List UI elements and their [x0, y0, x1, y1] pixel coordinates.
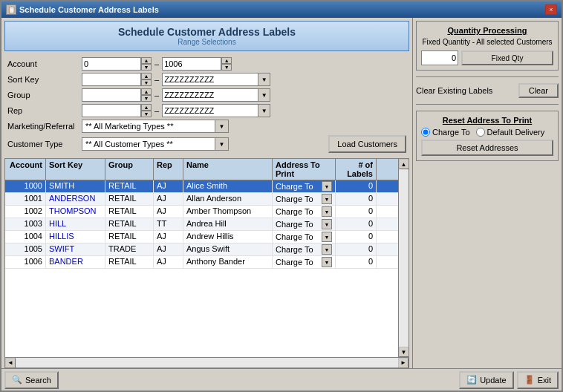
rep-from-spin: ▲ ▼ — [141, 104, 152, 117]
group-from-spin-up[interactable]: ▲ — [141, 88, 152, 95]
load-customers-button[interactable]: Load Customers — [328, 135, 406, 153]
divider-1 — [416, 76, 559, 77]
customertype-value: ** All Customer Types ** — [85, 140, 173, 148]
account-to-spin: ▲ ▼ — [221, 57, 232, 71]
cell-value: AJ — [154, 206, 183, 218]
account-row: Account ▲ ▼ – ▲ ▼ — [7, 57, 406, 71]
marketing-dropdown-arrow[interactable]: ▼ — [215, 120, 229, 133]
table-row[interactable]: 1006BANDERRETAILAJAnthony BanderCharge T… — [5, 256, 398, 269]
address-dropdown-arrow[interactable]: ▼ — [322, 194, 332, 204]
left-panel: Schedule Customer Address Labels Range S… — [1, 18, 413, 368]
cell-value: AJ — [154, 256, 183, 268]
charge-to-radio[interactable] — [421, 128, 430, 137]
address-dropdown-arrow[interactable]: ▼ — [322, 232, 332, 242]
group-from-spin-down[interactable]: ▼ — [141, 95, 152, 102]
rep-from-input[interactable] — [82, 104, 141, 117]
cell-value: Andrea Hill — [183, 218, 273, 230]
table-scrollbar-vertical[interactable]: ▲ ▼ — [398, 159, 409, 357]
cell-value: 1003 — [5, 218, 46, 230]
cell-value: 0 — [336, 206, 377, 218]
address-value: Charge To — [276, 258, 320, 267]
table-row[interactable]: 1003HILLRETAILTTAndrea HillCharge To▼0 — [5, 218, 398, 231]
scroll-left-button[interactable]: ◄ — [5, 358, 16, 368]
sortkey-from-spin-down[interactable]: ▼ — [141, 79, 152, 86]
address-value: Charge To — [276, 182, 320, 191]
address-dropdown-arrow[interactable]: ▼ — [322, 219, 332, 229]
cell-value: 1004 — [5, 231, 46, 243]
cell-value: BANDER — [46, 256, 105, 268]
address-dropdown-arrow[interactable]: ▼ — [322, 206, 332, 217]
customertype-dropdown-arrow[interactable]: ▼ — [215, 137, 229, 151]
search-button[interactable]: 🔍 Search — [4, 371, 59, 389]
customertype-label: Customer Type — [7, 140, 82, 148]
bottom-bar: 🔍 Search 🔄 Update 🚪 Exit — [1, 368, 562, 391]
title-bar-text: Schedule Customer Address Labels — [19, 5, 159, 14]
sortkey-to-input[interactable] — [162, 73, 258, 86]
update-button[interactable]: 🔄 Update — [459, 371, 513, 389]
sortkey-to-dropdown[interactable]: ▼ — [258, 73, 270, 86]
reset-title: Reset Address To Print — [421, 116, 553, 125]
table-row[interactable]: 1000SMITHRETAILAJAlice SmithCharge To▼0 — [5, 180, 398, 193]
panel-header: Schedule Customer Address Labels Range S… — [4, 21, 409, 51]
data-table: Account Sort Key Group Rep Name Address … — [4, 158, 409, 368]
group-from-input[interactable] — [82, 88, 141, 102]
address-dropdown-arrow[interactable]: ▼ — [322, 257, 332, 267]
table-row[interactable]: 1004HILLISRETAILAJAndrew HillisCharge To… — [5, 231, 398, 244]
default-delivery-label: Default Delivery — [487, 128, 545, 137]
sortkey-from-spin-up[interactable]: ▲ — [141, 73, 152, 79]
cell-value: 0 — [336, 193, 377, 205]
cell-value: 1001 — [5, 193, 46, 205]
marketing-row: Marketing/Referral ** All Marketing Type… — [7, 120, 406, 133]
rep-to-dropdown[interactable]: ▼ — [258, 104, 270, 117]
rep-from-spin-down[interactable]: ▼ — [141, 111, 152, 117]
cell-value: 0 — [336, 231, 377, 243]
charge-to-radio-item: Charge To — [421, 128, 470, 137]
address-value: Charge To — [276, 195, 320, 203]
table-body: 1000SMITHRETAILAJAlice SmithCharge To▼01… — [5, 180, 398, 357]
default-delivery-radio[interactable] — [476, 128, 485, 137]
account-to-spin-up[interactable]: ▲ — [221, 57, 232, 64]
group-to-dropdown[interactable]: ▼ — [258, 88, 270, 102]
qty-input[interactable] — [421, 50, 458, 65]
clear-button[interactable]: Clear — [518, 83, 559, 98]
rep-from-spin-up[interactable]: ▲ — [141, 104, 152, 111]
account-from-input[interactable] — [82, 57, 141, 71]
col-account: Account — [5, 159, 46, 180]
table-row[interactable]: 1001ANDERSONRETAILAJAllan AndersonCharge… — [5, 193, 398, 206]
address-dropdown-arrow[interactable]: ▼ — [322, 181, 332, 192]
scroll-down-button[interactable]: ▼ — [399, 347, 409, 357]
default-delivery-radio-item: Default Delivery — [476, 128, 545, 137]
rep-to-input[interactable] — [162, 104, 258, 117]
charge-to-label: Charge To — [432, 128, 470, 137]
table-row[interactable]: 1002THOMPSONRETAILAJAmber ThompsonCharge… — [5, 206, 398, 218]
address-dropdown-arrow[interactable]: ▼ — [322, 244, 332, 255]
reset-addresses-button[interactable]: Reset Addresses — [421, 140, 553, 156]
qty-subtitle: Fixed Quantity - All selected Customers — [421, 38, 553, 46]
col-name: Name — [183, 159, 273, 180]
account-from-spin-down[interactable]: ▼ — [141, 64, 152, 71]
fixed-qty-button[interactable]: Fixed Qty — [461, 50, 553, 65]
cell-value: THOMPSON — [46, 206, 105, 218]
cell-value: TT — [154, 218, 183, 230]
main-content: Schedule Customer Address Labels Range S… — [1, 18, 562, 368]
scroll-up-button[interactable]: ▲ — [399, 159, 409, 169]
qty-input-row: Fixed Qty — [421, 50, 553, 65]
account-label: Account — [7, 59, 82, 68]
reset-section: Reset Address To Print Charge To Default… — [416, 111, 559, 161]
close-button[interactable]: × — [545, 4, 557, 15]
cell-value: 1006 — [5, 256, 46, 268]
sortkey-from-input[interactable] — [82, 73, 141, 86]
exit-button[interactable]: 🚪 Exit — [517, 371, 559, 389]
cell-value: Alice Smith — [183, 180, 273, 192]
account-to-input[interactable] — [162, 57, 221, 71]
table-row[interactable]: 1005SWIFTTRADEAJAngus SwiftCharge To▼0 — [5, 244, 398, 256]
cell-value: RETAIL — [105, 218, 154, 230]
marketing-label: Marketing/Referral — [7, 122, 82, 131]
scroll-right-button[interactable]: ► — [398, 358, 409, 368]
col-address: Address To Print — [273, 159, 336, 180]
account-from-spin-up[interactable]: ▲ — [141, 57, 152, 64]
group-to-input[interactable] — [162, 88, 258, 102]
address-value: Charge To — [276, 220, 320, 229]
search-label: Search — [25, 376, 51, 385]
account-to-spin-down[interactable]: ▼ — [221, 64, 232, 71]
